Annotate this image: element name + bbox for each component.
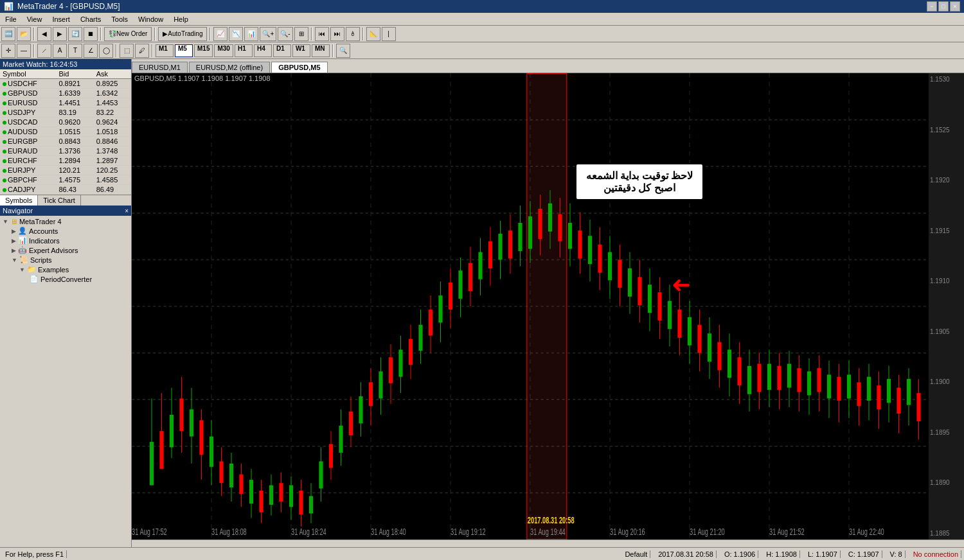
- svg-rect-169: [887, 379, 891, 403]
- refresh-btn[interactable]: 🔄: [68, 27, 82, 41]
- indicator-btn[interactable]: 📐: [366, 27, 380, 41]
- market-watch-row[interactable]: USDJPY 83.19 83.22: [0, 108, 131, 118]
- chart-btn3[interactable]: 📊: [244, 27, 258, 41]
- menu-view[interactable]: View: [22, 14, 48, 24]
- nav-item-scripts[interactable]: ▼ 📜 Scripts: [1, 255, 130, 265]
- nav-label-periodconverter: PeriodConverter: [40, 276, 92, 283]
- menu-window[interactable]: Window: [133, 14, 168, 24]
- menu-tools[interactable]: Tools: [106, 14, 133, 24]
- nav-item-accounts[interactable]: ▶ 👤 Accounts: [1, 226, 130, 236]
- chart-btn2[interactable]: 📉: [229, 27, 243, 41]
- navigator-close-btn[interactable]: ×: [125, 207, 129, 214]
- chart-area: EURUSD,M1 EURUSD,M2 (offline) GBPUSD,M5 …: [132, 59, 964, 547]
- svg-rect-61: [349, 412, 353, 435]
- nav-item-examples[interactable]: ▼ 📁 Examples: [1, 265, 130, 274]
- tf-w1[interactable]: W1: [292, 44, 310, 57]
- zoom-out-btn[interactable]: 🔍-: [278, 27, 292, 41]
- svg-rect-113: [608, 252, 612, 281]
- stop-btn[interactable]: ⏹: [84, 27, 98, 41]
- new-btn[interactable]: 🆕: [1, 27, 15, 41]
- chart-tab-eurusd-m2[interactable]: EURUSD,M2 (offline): [189, 62, 270, 73]
- nav-item-experts[interactable]: ▶ 🤖 Expert Advisors: [1, 245, 130, 255]
- nav-label-examples: Examples: [38, 266, 69, 274]
- market-watch-row[interactable]: EURJPY 120.21 120.25: [0, 166, 131, 175]
- search-btn[interactable]: 🔍: [336, 44, 350, 58]
- nav-item-periodconverter[interactable]: 📄 PeriodConverter: [1, 274, 130, 284]
- mw-tab-tick[interactable]: Tick Chart: [38, 195, 81, 206]
- status-volume: V: 8: [888, 550, 906, 558]
- svg-rect-109: [588, 236, 592, 264]
- col-ask: Ask: [94, 69, 131, 79]
- maximize-button[interactable]: □: [938, 1, 949, 12]
- tf-d1[interactable]: D1: [273, 44, 291, 57]
- minimize-button[interactable]: −: [927, 1, 937, 12]
- svg-rect-89: [488, 241, 492, 268]
- expand-icon-indicators: ▶: [12, 238, 16, 244]
- market-watch-row[interactable]: EURCHF 1.2894 1.2897: [0, 156, 131, 166]
- mw-bid: 1.4451: [56, 98, 93, 108]
- mw-bid: 1.0515: [56, 127, 93, 137]
- draw-btn3[interactable]: T: [68, 44, 82, 58]
- menu-insert[interactable]: Insert: [47, 14, 75, 24]
- menu-charts[interactable]: Charts: [75, 14, 106, 24]
- mw-ask: 1.6342: [94, 89, 131, 98]
- mw-tab-symbols[interactable]: Symbols: [0, 195, 38, 206]
- mw-ask: 1.2897: [94, 156, 131, 166]
- market-watch-row[interactable]: GBPUSD 1.6339 1.6342: [0, 89, 131, 98]
- back-btn[interactable]: ◀: [37, 27, 51, 41]
- draw-line-btn[interactable]: —: [17, 44, 31, 58]
- mw-bid: 0.8843: [56, 137, 93, 146]
- chart-scrollbar[interactable]: [132, 539, 964, 547]
- menu-help[interactable]: Help: [168, 14, 193, 24]
- chart-header-info: GBPUSD,M5 1.1907 1.1908 1.1907 1.1908: [134, 74, 271, 82]
- autotrading-btn[interactable]: ▶ AutoTrading: [158, 27, 207, 41]
- market-watch-row[interactable]: AUDUSD 1.0515 1.0518: [0, 127, 131, 137]
- crosshair-btn[interactable]: ✛: [1, 44, 15, 58]
- chart-tab-eurusd-m1[interactable]: EURUSD,M1: [132, 62, 188, 73]
- nav-item-indicators[interactable]: ▶ 📊 Indicators: [1, 236, 130, 245]
- draw-btn2[interactable]: A: [53, 44, 67, 58]
- status-dot: [3, 150, 6, 153]
- nav-item-root[interactable]: ▼ 🖥 MetaTrader 4: [1, 217, 130, 226]
- scroll-right-btn[interactable]: ⏭: [330, 27, 344, 41]
- market-watch-row[interactable]: EURUSD 1.4451 1.4453: [0, 98, 131, 108]
- draw-btn7[interactable]: 🖊: [135, 44, 149, 58]
- chart-tab-gbpusd-m5[interactable]: GBPUSD,M5: [271, 62, 327, 73]
- period-sep-btn[interactable]: |: [382, 27, 396, 41]
- svg-rect-49: [289, 486, 293, 507]
- zoom-in-btn[interactable]: 🔍+: [260, 27, 276, 41]
- market-watch-row[interactable]: EURAUD 1.3736 1.3748: [0, 146, 131, 156]
- market-watch-row[interactable]: USDCHF 0.8921 0.8925: [0, 79, 131, 89]
- market-watch-row[interactable]: GBPCHF 1.4575 1.4585: [0, 175, 131, 185]
- mw-symbol: GBPCHF: [0, 175, 56, 185]
- tf-h4[interactable]: H4: [254, 44, 272, 57]
- grid-btn[interactable]: ⊞: [294, 27, 308, 41]
- market-watch-row[interactable]: USDCAD 0.9620 0.9624: [0, 118, 131, 127]
- tf-m5[interactable]: M5: [175, 44, 193, 57]
- sep7: [33, 44, 35, 57]
- tf-m1[interactable]: M1: [156, 44, 174, 57]
- market-watch-row[interactable]: EURGBP 0.8843 0.8846: [0, 137, 131, 146]
- fwd-btn[interactable]: ▶: [53, 27, 67, 41]
- draw-btn4[interactable]: ∠: [84, 44, 98, 58]
- title-bar-controls[interactable]: − □ ×: [927, 1, 960, 12]
- svg-text:31 Aug 19:12: 31 Aug 19:12: [451, 527, 486, 538]
- market-watch-row[interactable]: CADJPY 86.43 86.49: [0, 185, 131, 195]
- menu-file[interactable]: File: [0, 14, 22, 24]
- mw-bid: 0.8921: [56, 79, 93, 89]
- tf-m15[interactable]: M15: [194, 44, 213, 57]
- scroll-left-btn[interactable]: ⏮: [315, 27, 329, 41]
- close-button[interactable]: ×: [950, 1, 960, 12]
- open-btn[interactable]: 📂: [17, 27, 31, 41]
- tf-m30[interactable]: M30: [214, 44, 233, 57]
- tf-h1[interactable]: H1: [235, 44, 253, 57]
- market-watch-body: USDCHF 0.8921 0.8925 GBPUSD 1.6339 1.634…: [0, 79, 131, 195]
- draw-btn1[interactable]: ⟋: [37, 44, 51, 58]
- chart-btn1[interactable]: 📈: [213, 27, 228, 41]
- draw-btn6[interactable]: ⬚: [120, 44, 134, 58]
- svg-rect-47: [279, 483, 283, 502]
- draw-btn5[interactable]: ◯: [99, 44, 113, 58]
- candle-btn[interactable]: 🕯: [346, 27, 360, 41]
- new-order-btn[interactable]: 💱 New Order: [104, 27, 152, 41]
- tf-mn[interactable]: MN: [312, 44, 330, 57]
